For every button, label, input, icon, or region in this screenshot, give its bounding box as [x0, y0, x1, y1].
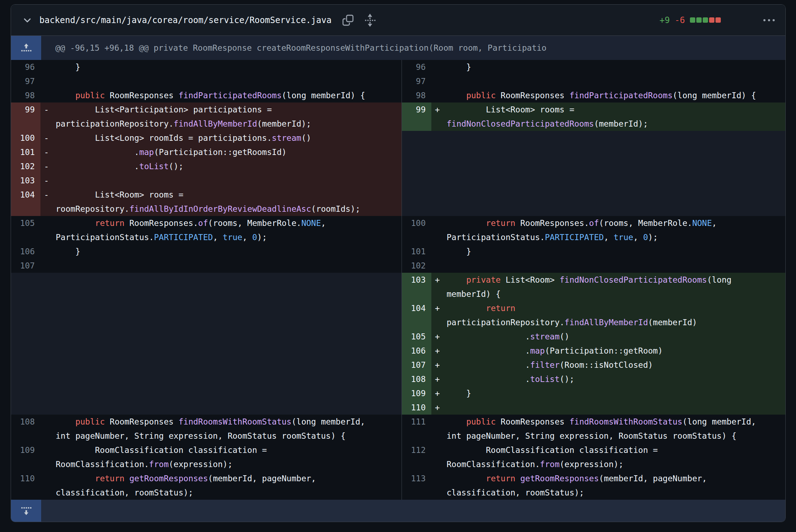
code-line: memberId) {	[447, 287, 785, 301]
diff-marker: +	[431, 358, 447, 372]
code-line: ParticipationStatus.PARTICIPATED, true, …	[447, 230, 785, 244]
diffstat-block-del	[709, 17, 714, 23]
diff-row: 105 return RoomResponses.of(rooms, Membe…	[11, 216, 402, 244]
line-number[interactable]: 112	[402, 443, 431, 471]
diff-marker: +	[431, 102, 447, 131]
diff-file-card: backend/src/main/java/corea/room/service…	[11, 4, 786, 522]
code-content: public RoomResponses findParticipatedRoo…	[56, 88, 402, 102]
expand-hunk-down-button[interactable]	[11, 500, 41, 522]
diff-marker	[431, 443, 447, 471]
line-number[interactable]: 113	[402, 471, 431, 500]
copy-icon	[342, 15, 354, 26]
line-number[interactable]: 102	[11, 159, 40, 173]
line-number[interactable]: 109	[11, 443, 40, 471]
diff-row: 102	[402, 259, 785, 273]
line-number[interactable]: 105	[402, 329, 431, 344]
diff-footer	[11, 500, 785, 522]
diff-marker: -	[40, 145, 56, 159]
line-number[interactable]: 104	[402, 301, 431, 329]
line-number[interactable]: 102	[402, 259, 431, 273]
code-line: return getRoomResponses(memberId, pageNu…	[447, 471, 785, 486]
code-line: }	[447, 60, 785, 74]
code-line: participationRepository.findAllByMemberI…	[56, 117, 402, 131]
diff-row: 106 }	[11, 244, 402, 259]
line-number[interactable]: 110	[11, 471, 40, 500]
line-number[interactable]: 110	[402, 400, 431, 415]
code-line	[56, 74, 402, 88]
code-line	[447, 259, 785, 273]
diffstat-block-add	[703, 17, 708, 23]
diff-spacer	[11, 273, 402, 415]
diff-row: 112 RoomClassification classification =R…	[402, 443, 785, 471]
expand-all-button[interactable]	[363, 12, 377, 28]
code-content: RoomClassification classification =RoomC…	[447, 443, 785, 471]
diff-marker	[431, 88, 447, 102]
code-line: List<Room> rooms =	[56, 188, 402, 202]
diff-row: 108 public RoomResponses findRoomsWithRo…	[11, 415, 402, 443]
diff-marker: +	[431, 344, 447, 358]
unfold-vertical-icon	[364, 13, 376, 27]
line-number[interactable]: 99	[11, 102, 40, 131]
code-line: List<Long> roomIds = participations.stre…	[56, 131, 402, 145]
code-content: public RoomResponses findRoomsWithRoomSt…	[56, 415, 402, 443]
code-content: .stream()	[447, 329, 785, 344]
footer-filler	[41, 500, 785, 522]
line-number[interactable]: 108	[11, 415, 40, 443]
diff-marker	[40, 88, 56, 102]
expand-up-icon	[20, 42, 32, 54]
diff-row: 104- List<Room> rooms =roomRepository.fi…	[11, 188, 402, 216]
line-number[interactable]: 100	[402, 216, 431, 244]
line-number[interactable]: 106	[11, 244, 40, 259]
diff-marker	[40, 443, 56, 471]
line-number[interactable]: 98	[402, 88, 431, 102]
line-number[interactable]: 105	[11, 216, 40, 244]
line-number[interactable]: 101	[11, 145, 40, 159]
code-line: RoomClassification classification =	[447, 443, 785, 457]
code-line: int pageNumber, String expression, RoomS…	[56, 429, 402, 443]
line-number[interactable]: 108	[402, 372, 431, 386]
expand-hunk-up-button[interactable]	[11, 36, 41, 60]
diffstat-block-del	[715, 17, 721, 23]
code-line: List<Participation> participations =	[56, 102, 402, 117]
diff-row: 103+ private List<Room> findNonClosedPar…	[402, 273, 785, 301]
code-content	[447, 400, 785, 415]
copy-file-path-button[interactable]	[341, 13, 355, 27]
line-number[interactable]: 103	[402, 273, 431, 301]
line-number[interactable]: 96	[402, 60, 431, 74]
line-number[interactable]: 107	[11, 259, 40, 273]
code-content: private List<Room> findNonClosedParticip…	[447, 273, 785, 301]
code-line: }	[447, 386, 785, 400]
code-content: public RoomResponses findParticipatedRoo…	[447, 88, 785, 102]
code-line: return RoomResponses.of(rooms, MemberRol…	[56, 216, 402, 230]
diff-row: 106+ .map(Participation::getRoom)	[402, 344, 785, 358]
line-number[interactable]: 103	[11, 173, 40, 188]
code-content: .toList();	[56, 159, 402, 173]
line-number[interactable]: 109	[402, 386, 431, 400]
line-number[interactable]: 101	[402, 244, 431, 259]
code-content: }	[56, 244, 402, 259]
line-number[interactable]: 111	[402, 415, 431, 443]
code-line: int pageNumber, String expression, RoomS…	[447, 429, 785, 443]
code-content: }	[56, 60, 402, 74]
collapse-file-button[interactable]	[20, 13, 34, 27]
diff-row: 99+ List<Room> rooms =findNonClosedParti…	[402, 102, 785, 131]
line-number[interactable]: 96	[11, 60, 40, 74]
line-number[interactable]: 97	[402, 74, 431, 88]
diff-row: 113 return getRoomResponses(memberId, pa…	[402, 471, 785, 500]
line-number[interactable]: 107	[402, 358, 431, 372]
code-content: .toList();	[447, 372, 785, 386]
diff-marker	[40, 60, 56, 74]
line-number[interactable]: 98	[11, 88, 40, 102]
code-line: participationRepository.findAllByMemberI…	[447, 315, 785, 329]
line-number[interactable]: 99	[402, 102, 431, 131]
more-options-button[interactable]	[763, 16, 775, 25]
file-path[interactable]: backend/src/main/java/corea/room/service…	[39, 15, 332, 25]
line-number[interactable]: 100	[11, 131, 40, 145]
line-number[interactable]: 106	[402, 344, 431, 358]
code-content: }	[447, 244, 785, 259]
line-number[interactable]: 104	[11, 188, 40, 216]
diff-row: 97	[402, 74, 785, 88]
line-number[interactable]: 97	[11, 74, 40, 88]
diff-spacer	[402, 131, 785, 216]
code-content: return RoomResponses.of(rooms, MemberRol…	[447, 216, 785, 244]
